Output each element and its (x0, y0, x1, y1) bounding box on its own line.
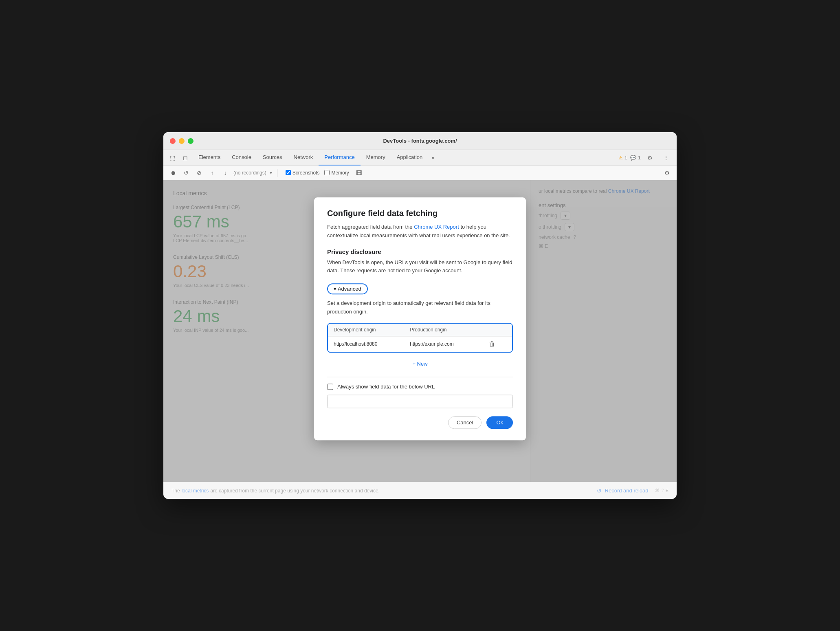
record-button[interactable]: ⏺ (168, 168, 178, 178)
dropdown-arrow[interactable]: ▾ (270, 170, 272, 176)
info-icon: 💬 (630, 155, 636, 161)
actions-header (481, 324, 512, 336)
main-content: Local metrics Largest Contentful Paint (… (163, 180, 677, 482)
screenshots-label: Screenshots (292, 170, 320, 176)
reload-button[interactable]: ↺ (181, 168, 191, 178)
cancel-button[interactable]: Cancel (448, 416, 482, 429)
always-show-row: Always show field data for the below URL (327, 384, 513, 390)
cursor-icon[interactable]: ⬚ (167, 152, 178, 163)
always-show-label: Always show field data for the below URL (337, 384, 435, 390)
tab-application[interactable]: Application (391, 150, 429, 165)
info-count: 1 (638, 155, 641, 161)
tab-performance[interactable]: Performance (319, 150, 360, 165)
no-recordings-label: (no recordings) (233, 170, 266, 176)
prod-origin-header: Production origin (404, 324, 480, 336)
divider (327, 377, 513, 377)
delete-row-button[interactable]: 🗑 (486, 340, 498, 349)
clear-button[interactable]: ⊘ (194, 168, 204, 178)
warning-count: 1 (625, 155, 627, 161)
record-reload-button[interactable]: ↺ Record and reload ⌘ ⇧ E (597, 488, 668, 494)
warning-icon: ⚠ (618, 155, 623, 161)
advanced-toggle[interactable]: ▾ Advanced (327, 284, 368, 295)
tab-console[interactable]: Console (226, 150, 257, 165)
window-title: DevTools - fonts.google.com/ (383, 138, 457, 144)
advanced-description: Set a development origin to automaticall… (327, 300, 513, 317)
toolbar-separator (277, 169, 277, 177)
add-new-button[interactable]: + New (327, 357, 513, 370)
memory-label: Memory (331, 170, 349, 176)
filmstrip-icon[interactable]: 🎞 (354, 168, 364, 178)
chrome-ux-link[interactable]: Chrome UX Report (414, 224, 459, 230)
table-header-row: Development origin Production origin (328, 324, 512, 336)
url-input[interactable] (327, 395, 513, 408)
origins-table: Development origin Production origin htt… (328, 324, 512, 352)
modal-footer: Cancel Ok (327, 416, 513, 429)
traffic-lights (170, 138, 194, 144)
configure-dialog: Configure field data fetching Fetch aggr… (314, 197, 526, 440)
inspect-icon[interactable]: ◻ (180, 152, 191, 163)
dev-origin-header: Development origin (328, 324, 404, 336)
delete-cell: 🗑 (481, 336, 512, 352)
download-button[interactable]: ↓ (220, 168, 230, 178)
minimize-button[interactable] (179, 138, 185, 144)
shortcut-label: ⌘ ⇧ E (655, 488, 668, 493)
dev-origin-cell: http://localhost:8080 (328, 336, 404, 352)
table-row: http://localhost:8080 https://example.co… (328, 336, 512, 352)
devtools-tab-bar: ⬚ ◻ Elements Console Sources Network Per… (163, 150, 677, 165)
warning-badge: ⚠ 1 (618, 155, 627, 161)
tab-sources[interactable]: Sources (257, 150, 288, 165)
modal-description: Fetch aggregated field data from the Chr… (327, 223, 513, 240)
tab-memory[interactable]: Memory (361, 150, 391, 165)
prod-origin-cell: https://example.com (404, 336, 480, 352)
settings-gear-icon[interactable]: ⚙ (662, 168, 672, 178)
privacy-text: When DevTools is open, the URLs you visi… (327, 258, 513, 276)
tab-right-controls: ⚠ 1 💬 1 ⚙ ⋮ (618, 152, 673, 163)
toolbar-right: ⚙ (662, 168, 672, 178)
modal-title: Configure field data fetching (327, 209, 513, 218)
toolbar-checkboxes: Screenshots Memory 🎞 (286, 168, 364, 178)
memory-checkbox[interactable] (324, 170, 330, 175)
ok-button[interactable]: Ok (486, 416, 513, 429)
more-tabs-button[interactable]: » (428, 150, 438, 165)
info-badge: 💬 1 (630, 155, 641, 161)
tab-list: Elements Console Sources Network Perform… (193, 150, 618, 165)
reload-icon: ↺ (597, 488, 602, 494)
bottom-bar: The local metrics are captured from the … (163, 482, 677, 499)
devtools-window: DevTools - fonts.google.com/ ⬚ ◻ Element… (163, 132, 677, 499)
settings-icon[interactable]: ⚙ (644, 152, 655, 163)
screenshots-checkbox[interactable] (286, 170, 291, 175)
upload-button[interactable]: ↑ (207, 168, 217, 178)
always-show-checkbox[interactable] (327, 384, 333, 390)
local-metrics-link[interactable]: local metrics (182, 488, 209, 494)
titlebar: DevTools - fonts.google.com/ (163, 132, 677, 150)
screenshots-checkbox-label[interactable]: Screenshots (286, 170, 320, 176)
close-button[interactable] (170, 138, 176, 144)
tab-elements[interactable]: Elements (193, 150, 226, 165)
memory-checkbox-label[interactable]: Memory (324, 170, 349, 176)
maximize-button[interactable] (188, 138, 194, 144)
more-options-icon[interactable]: ⋮ (660, 152, 672, 163)
origins-table-wrapper: Development origin Production origin htt… (327, 323, 513, 353)
performance-toolbar: ⏺ ↺ ⊘ ↑ ↓ (no recordings) ▾ Screenshots … (163, 165, 677, 180)
tab-network[interactable]: Network (288, 150, 319, 165)
privacy-disclosure-title: Privacy disclosure (327, 248, 513, 255)
